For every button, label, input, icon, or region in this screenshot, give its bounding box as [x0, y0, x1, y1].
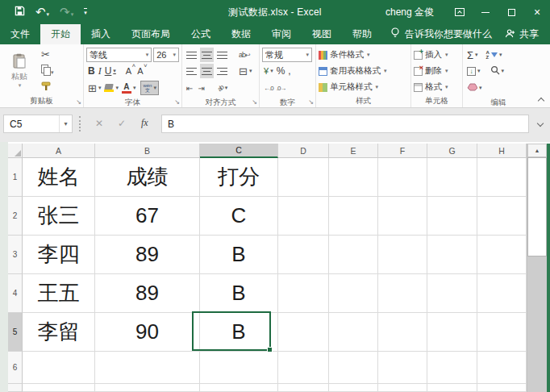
select-all-button[interactable]	[8, 144, 23, 158]
cell-G6[interactable]	[427, 352, 477, 384]
cell-E5[interactable]	[329, 313, 378, 352]
formula-bar-drag-handle[interactable]	[79, 116, 81, 131]
insert-cells-button[interactable]: 插入▾	[414, 47, 460, 63]
cell-E3[interactable]	[329, 236, 378, 274]
account-name[interactable]: cheng 金俊	[385, 6, 434, 19]
column-header-E[interactable]: E	[329, 144, 378, 158]
row-header-5[interactable]: 5	[8, 313, 23, 352]
cell-F7[interactable]	[378, 384, 427, 392]
cell-B5[interactable]: 90	[95, 313, 200, 352]
cell-D1[interactable]	[278, 158, 329, 197]
increase-font-button[interactable]: A	[124, 64, 135, 78]
tab-formulas[interactable]: 公式	[181, 24, 221, 44]
decrease-decimal-button[interactable]: .0→	[275, 81, 288, 95]
cell-G2[interactable]	[427, 197, 477, 236]
cell-G1[interactable]	[427, 158, 477, 197]
cell-C6[interactable]	[200, 352, 278, 384]
row-header-6[interactable]: 6	[8, 352, 23, 384]
align-right-button[interactable]	[215, 64, 229, 78]
cell-F5[interactable]	[378, 313, 427, 352]
cell-B3[interactable]: 89	[95, 236, 200, 274]
cell-D2[interactable]	[278, 197, 329, 236]
cell-D7[interactable]	[278, 384, 329, 392]
tab-help[interactable]: 帮助	[342, 24, 382, 44]
percent-style-button[interactable]: %	[275, 64, 287, 78]
cell-G7[interactable]	[427, 384, 477, 392]
cell-B1[interactable]: 成绩	[95, 158, 200, 197]
cell-H1[interactable]	[477, 158, 527, 197]
format-painter-icon[interactable]	[41, 80, 54, 94]
cell-F2[interactable]	[378, 197, 427, 236]
fill-color-button[interactable]	[102, 81, 120, 95]
clipboard-dialog-launcher-icon[interactable]: ↘	[76, 99, 81, 106]
cell-H3[interactable]	[477, 236, 527, 274]
orientation-button[interactable]: ab	[216, 81, 229, 95]
font-name-combo[interactable]: 等线▾	[86, 48, 152, 62]
tab-review[interactable]: 审阅	[261, 24, 302, 44]
cell-A5[interactable]: 李留	[23, 313, 95, 352]
fill-button[interactable]: ↓	[465, 64, 482, 78]
collapse-ribbon-icon[interactable]	[538, 98, 544, 104]
cell-B4[interactable]: 89	[95, 274, 200, 313]
scroll-up-button[interactable]: ▲	[527, 144, 547, 157]
active-cell-selection-border[interactable]	[192, 311, 271, 351]
font-size-combo[interactable]: 26▾	[153, 48, 179, 62]
number-dialog-launcher-icon[interactable]: ↘	[308, 99, 314, 106]
align-left-button[interactable]	[185, 64, 198, 78]
cell-D4[interactable]	[278, 274, 329, 313]
delete-cells-button[interactable]: 删除▾	[414, 63, 460, 79]
customize-qat-icon[interactable]: ▾	[84, 8, 87, 16]
scrollbar-thumb[interactable]	[527, 157, 547, 256]
cell-E1[interactable]	[329, 158, 378, 197]
cell-A2[interactable]: 张三	[23, 197, 95, 236]
number-format-combo[interactable]: 常规▾	[262, 48, 312, 62]
cell-C7[interactable]	[200, 384, 278, 392]
increase-decimal-button[interactable]: ←.0	[262, 81, 275, 95]
underline-button[interactable]: U	[103, 64, 118, 78]
decrease-indent-button[interactable]: ⇤	[185, 81, 194, 95]
vertical-scrollbar[interactable]: ▲	[527, 144, 547, 392]
tell-me-box[interactable]: 告诉我你想要做什么	[382, 24, 500, 44]
tab-view[interactable]: 视图	[302, 24, 342, 44]
cell-A3[interactable]: 李四	[23, 236, 95, 274]
font-dialog-launcher-icon[interactable]: ↘	[174, 99, 180, 106]
cell-G4[interactable]	[427, 274, 477, 313]
ribbon-display-options-button[interactable]	[447, 0, 473, 24]
tab-insert[interactable]: 插入	[81, 24, 121, 44]
sort-filter-button[interactable]: AZ	[485, 48, 504, 62]
formula-input[interactable]: B	[161, 115, 529, 133]
bold-button[interactable]: B	[86, 64, 97, 78]
tab-data[interactable]: 数据	[221, 24, 261, 44]
cell-C2[interactable]: C	[200, 197, 278, 236]
format-as-table-button[interactable]: 套用表格格式▾	[319, 63, 408, 79]
column-header-G[interactable]: G	[427, 144, 477, 158]
tab-file[interactable]: 文件	[0, 24, 40, 44]
undo-button[interactable]: ↶▾	[35, 5, 49, 19]
cut-icon[interactable]: ✂	[41, 48, 54, 60]
cell-D5[interactable]	[278, 313, 329, 352]
italic-button[interactable]: I	[97, 64, 103, 78]
cell-B7[interactable]	[95, 384, 200, 392]
align-middle-button[interactable]	[200, 48, 214, 62]
name-box-dropdown-icon[interactable]: ▾	[59, 115, 72, 132]
cell-H7[interactable]	[477, 384, 527, 392]
font-color-button[interactable]: A	[120, 81, 138, 95]
accounting-format-button[interactable]: ¥	[262, 64, 275, 78]
cell-F6[interactable]	[378, 352, 427, 384]
paste-dropdown-icon[interactable]: ▾	[19, 82, 22, 89]
cell-G5[interactable]	[427, 313, 477, 352]
cell-D6[interactable]	[278, 352, 329, 384]
cell-H2[interactable]	[477, 197, 527, 236]
copy-button[interactable]: ▾	[41, 63, 54, 77]
cancel-entry-button[interactable]: ✕	[95, 118, 103, 129]
cell-E2[interactable]	[329, 197, 378, 236]
increase-indent-button[interactable]: ⇥	[196, 81, 206, 95]
cell-B2[interactable]: 67	[95, 197, 200, 236]
comma-style-button[interactable]: ,	[286, 64, 292, 78]
column-header-B[interactable]: B	[95, 144, 200, 158]
cell-F4[interactable]	[378, 274, 427, 313]
cell-C3[interactable]: B	[200, 236, 278, 274]
merge-center-button[interactable]: ⊟	[237, 64, 253, 78]
clear-button[interactable]	[465, 81, 484, 95]
cell-A1[interactable]: 姓名	[23, 158, 95, 197]
